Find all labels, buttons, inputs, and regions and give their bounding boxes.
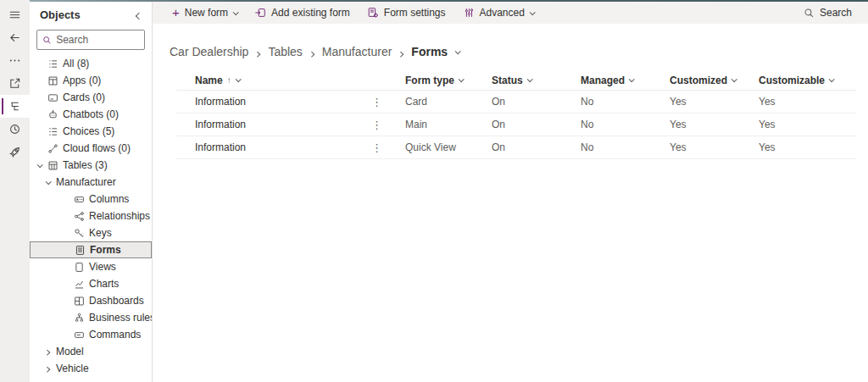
collapse-panel-icon[interactable] (135, 5, 143, 24)
chatbots-icon (47, 109, 58, 120)
chevron-down-icon (235, 76, 241, 82)
chevron-down-icon (732, 76, 737, 82)
app-rail (0, 0, 30, 382)
sort-ascending-icon: ↑ (227, 75, 231, 85)
tree-item-charts[interactable]: Charts (30, 275, 152, 292)
row-menu-icon[interactable]: ⋮ (371, 119, 393, 130)
objects-tree: All (8) Apps (0) Cards (0) Chatbots (0) (30, 55, 152, 382)
tree-item-cloud-flows[interactable]: Cloud flows (0) (30, 140, 152, 157)
content-area: Car Dealership Tables Manufacturer Forms… (153, 24, 868, 382)
column-header-managed[interactable]: Managed (581, 75, 670, 86)
form-settings-icon (367, 7, 379, 19)
table-row[interactable]: Information ⋮ Quick View On No Yes Yes (176, 136, 856, 159)
advanced-button[interactable]: Advanced (455, 3, 542, 23)
cell-managed: No (581, 141, 670, 153)
objects-panel-header: Objects (30, 0, 152, 25)
breadcrumb-tables[interactable]: Tables (268, 45, 302, 58)
forms-table: Name ↑ Form type Status Managed (176, 70, 856, 159)
main-area: + New form Add existing form Form settin… (153, 0, 868, 382)
tree-item-choices[interactable]: Choices (5) (30, 123, 152, 140)
tree-item-tables[interactable]: Tables (3) (30, 157, 152, 174)
tree-item-model[interactable]: Model (30, 343, 152, 360)
columns-icon (74, 194, 85, 205)
column-header-name[interactable]: Name ↑ (176, 75, 371, 86)
cloud-flows-icon (47, 143, 58, 154)
add-existing-form-icon (254, 7, 266, 19)
column-header-status[interactable]: Status (492, 75, 581, 86)
tree-item-keys[interactable]: Keys (30, 224, 152, 241)
row-menu-icon[interactable]: ⋮ (371, 142, 393, 153)
cell-name[interactable]: Information (176, 141, 371, 153)
tree-item-business-rules[interactable]: Business rules (30, 309, 152, 326)
tree-item-vehicle[interactable]: Vehicle (30, 360, 152, 377)
apps-icon (47, 75, 58, 86)
tables-icon (47, 160, 58, 171)
cell-status: On (492, 141, 581, 153)
tree-item-chatbots[interactable]: Chatbots (0) (30, 106, 152, 123)
chevron-down-icon (629, 76, 635, 82)
cards-icon (47, 92, 58, 103)
table-row[interactable]: Information ⋮ Card On No Yes Yes (176, 91, 856, 113)
tree-item-cards[interactable]: Cards (0) (30, 89, 152, 106)
cell-customizable: Yes (759, 119, 856, 130)
tree-item-dashboards[interactable]: Dashboards (30, 292, 152, 309)
table-header-row: Name ↑ Form type Status Managed (176, 70, 856, 91)
cell-name[interactable]: Information (176, 119, 371, 130)
objects-search-input[interactable] (56, 34, 139, 46)
breadcrumb: Car Dealership Tables Manufacturer Forms (170, 45, 868, 58)
top-edge-strip (30, 0, 868, 2)
new-form-button[interactable]: + New form (164, 3, 245, 23)
chevron-right-icon (399, 45, 403, 58)
rocket-icon[interactable] (0, 141, 30, 163)
column-header-customized[interactable]: Customized (670, 75, 759, 86)
chevron-right-icon (44, 366, 50, 372)
column-header-form-type[interactable]: Form type (393, 75, 492, 86)
objects-search[interactable] (36, 30, 145, 50)
cell-form-type: Card (393, 96, 492, 108)
commands-icon (74, 329, 85, 340)
breadcrumb-current-forms[interactable]: Forms (411, 45, 448, 58)
search-icon (804, 8, 815, 19)
chevron-down-icon[interactable] (455, 48, 461, 54)
search-button[interactable]: Search (796, 3, 860, 23)
row-menu-icon[interactable]: ⋮ (371, 97, 393, 108)
tree-item-views[interactable]: Views (30, 258, 152, 275)
tree-item-all[interactable]: All (8) (30, 55, 152, 72)
plus-icon: + (172, 6, 180, 19)
choices-icon (47, 126, 58, 137)
chevron-down-icon (526, 76, 532, 82)
tree-item-apps[interactable]: Apps (0) (30, 72, 152, 89)
search-icon (42, 35, 52, 46)
chevron-right-icon (310, 45, 314, 58)
breadcrumb-car-dealership[interactable]: Car Dealership (170, 45, 248, 58)
menu-icon[interactable] (0, 3, 30, 26)
tree-item-commands[interactable]: Commands (30, 326, 152, 343)
dashboards-icon (74, 296, 85, 307)
chevron-down-icon (459, 76, 465, 82)
objects-panel-title: Objects (40, 8, 81, 21)
chevron-down-icon (829, 76, 835, 82)
tree-item-forms[interactable]: Forms (30, 241, 152, 258)
chevron-down-icon (45, 179, 51, 185)
column-header-customizable[interactable]: Customizable (759, 75, 856, 86)
cell-name[interactable]: Information (176, 96, 371, 108)
more-icon[interactable] (0, 49, 30, 72)
cell-customized: Yes (670, 119, 759, 130)
add-existing-form-button[interactable]: Add existing form (247, 3, 358, 23)
table-row[interactable]: Information ⋮ Main On No Yes Yes (176, 113, 856, 136)
history-icon[interactable] (0, 118, 30, 141)
form-settings-button[interactable]: Form settings (359, 3, 453, 23)
cell-customized: Yes (670, 96, 759, 108)
breadcrumb-manufacturer[interactable]: Manufacturer (322, 45, 392, 58)
tree-item-columns[interactable]: Columns (30, 191, 152, 208)
cell-status: On (492, 119, 581, 130)
back-icon[interactable] (0, 26, 30, 49)
keys-icon (74, 228, 85, 239)
cell-status: On (492, 96, 581, 108)
tree-item-relationships[interactable]: Relationships (30, 208, 152, 224)
open-window-icon[interactable] (0, 72, 30, 95)
tree-view-icon[interactable] (0, 95, 30, 118)
chevron-down-icon (36, 162, 42, 168)
tree-item-manufacturer[interactable]: Manufacturer (30, 174, 152, 191)
chevron-right-icon (44, 349, 50, 355)
